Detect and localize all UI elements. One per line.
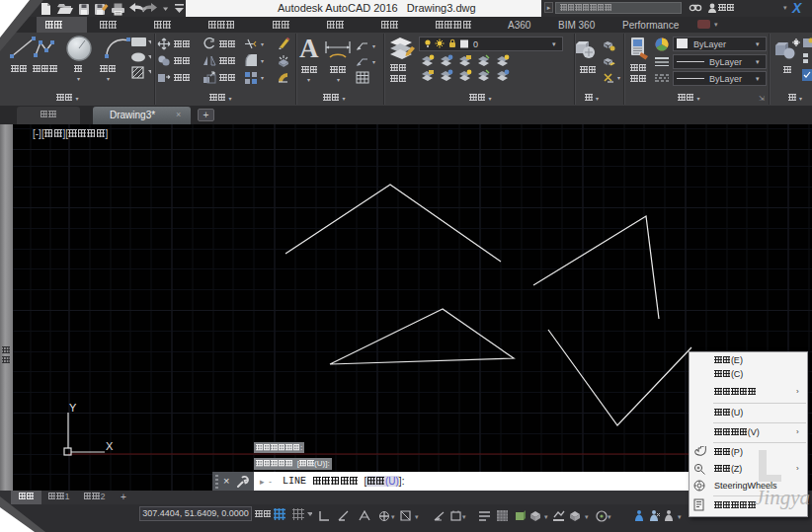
svg-text:0: 0: [473, 39, 478, 49]
svg-text:Y: Y: [69, 402, 77, 414]
svg-text:X: X: [106, 440, 114, 452]
